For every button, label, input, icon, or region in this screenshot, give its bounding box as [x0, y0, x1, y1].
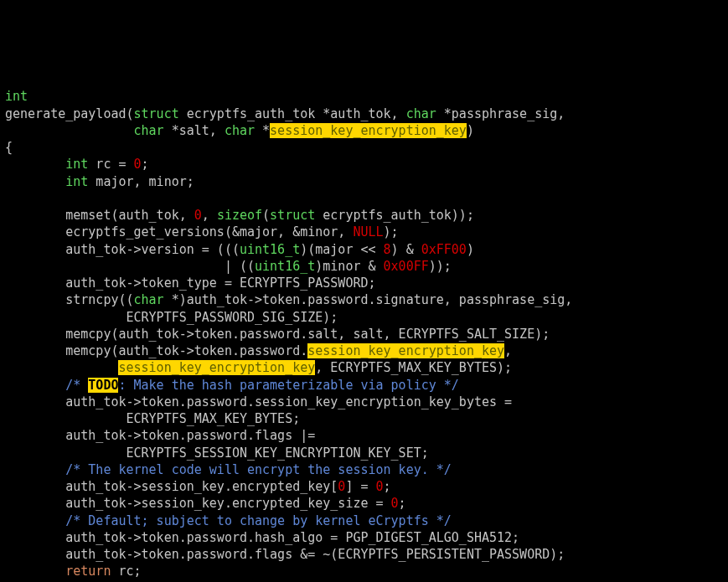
code-line: ECRYPTFS_PASSWORD_SIG_SIZE); — [5, 310, 338, 325]
code-line: auth_tok->token.password.flags |= — [5, 428, 315, 443]
code-line: memcpy(auth_tok->token.password.session_… — [5, 343, 512, 358]
todo-marker: TODO — [88, 378, 118, 393]
code-line: return rc; — [5, 564, 142, 579]
code-line: | ((uint16_t)minor & 0x00FF)); — [5, 259, 452, 274]
comment-line: /* TODO: Make the hash parameterizable v… — [5, 378, 459, 393]
code-line: int major, minor; — [5, 174, 194, 189]
code-line: auth_tok->session_key.encrypted_key_size… — [5, 496, 406, 511]
code-line: auth_tok->token.password.session_key_enc… — [5, 394, 512, 409]
brace-open: { — [5, 140, 13, 155]
function-signature: generate_payload(struct ecryptfs_auth_to… — [5, 106, 565, 121]
code-line: auth_tok->token.password.flags &= ~(ECRY… — [5, 547, 565, 562]
code-line: auth_tok->session_key.encrypted_key[0] =… — [5, 479, 391, 494]
type-keyword: int — [5, 89, 28, 104]
code-line: auth_tok->token_type = ECRYPTFS_PASSWORD… — [5, 276, 376, 291]
code-line: session_key_encryption_key, ECRYPTFS_MAX… — [5, 360, 512, 375]
code-line: ECRYPTFS_MAX_KEY_BYTES; — [5, 411, 300, 426]
code-line: auth_tok->version = (((uint16_t)(major <… — [5, 242, 474, 257]
code-line: auth_tok->token.password.hash_algo = PGP… — [5, 530, 519, 545]
search-highlight: session_key_encryption_key — [118, 360, 315, 375]
function-signature-line2: char *salt, char *session_key_encryption… — [5, 123, 474, 138]
code-line: ecryptfs_get_versions(&major, &minor, NU… — [5, 224, 399, 239]
code-editor[interactable]: int generate_payload(struct ecryptfs_aut… — [0, 85, 728, 582]
code-line: ECRYPTFS_SESSION_KEY_ENCRYPTION_KEY_SET; — [5, 446, 429, 461]
code-line: memcpy(auth_tok->token.password.salt, sa… — [5, 327, 550, 342]
search-highlight: session_key_encryption_key — [307, 343, 504, 358]
code-line: strncpy((char *)auth_tok->token.password… — [5, 292, 572, 307]
search-highlight: session_key_encryption_key — [270, 123, 467, 138]
code-line: int rc = 0; — [5, 157, 149, 172]
comment-line: /* The kernel code will encrypt the sess… — [5, 462, 452, 477]
comment-line: /* Default; subject to change by kernel … — [5, 513, 452, 528]
code-line: memset(auth_tok, 0, sizeof(struct ecrypt… — [5, 208, 474, 223]
